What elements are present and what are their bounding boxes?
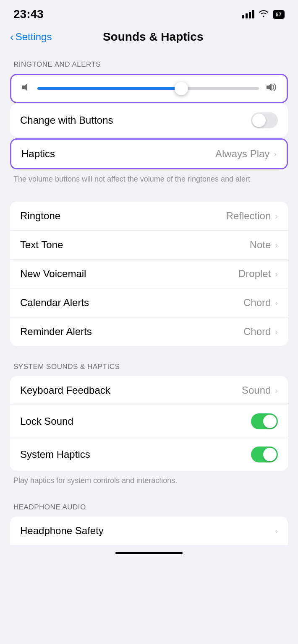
lock-sound-label: Lock Sound bbox=[20, 415, 73, 427]
text-tone-chevron-icon: › bbox=[275, 240, 278, 250]
svg-marker-0 bbox=[22, 83, 27, 91]
change-with-buttons-label: Change with Buttons bbox=[20, 114, 113, 126]
haptics-row-wrapper: Haptics Always Play › bbox=[10, 138, 288, 169]
signal-icon bbox=[242, 10, 254, 18]
lock-sound-row: Lock Sound bbox=[10, 405, 288, 438]
calendar-alerts-chevron-icon: › bbox=[275, 298, 278, 308]
keyboard-feedback-chevron-icon: › bbox=[275, 386, 278, 395]
text-tone-label: Text Tone bbox=[20, 239, 63, 251]
system-section-label: SYSTEM SOUNDS & HAPTICS bbox=[0, 363, 298, 371]
text-tone-row[interactable]: Text Tone Note › bbox=[10, 231, 288, 260]
headphone-safety-label: Headphone Safety bbox=[20, 525, 104, 537]
ringtone-section-label: RINGTONE AND ALERTS bbox=[0, 60, 298, 69]
headphone-safety-row[interactable]: Headphone Safety › bbox=[10, 517, 288, 545]
ringtone-chevron-icon: › bbox=[275, 211, 278, 221]
lock-sound-toggle[interactable] bbox=[251, 413, 278, 429]
status-bar: 23:43 67 bbox=[0, 0, 298, 25]
system-haptics-toggle[interactable] bbox=[251, 447, 278, 462]
system-haptics-toggle-thumb bbox=[263, 448, 277, 461]
new-voicemail-row[interactable]: New Voicemail Droplet › bbox=[10, 260, 288, 288]
reminder-alerts-chevron-icon: › bbox=[275, 327, 278, 337]
volume-slider[interactable] bbox=[37, 83, 259, 94]
volume-slider-card bbox=[10, 74, 288, 103]
system-haptics-desc: Play haptics for system controls and int… bbox=[0, 471, 298, 486]
headphone-safety-right: › bbox=[275, 526, 278, 536]
ringtone-desc: The volume buttons will not affect the v… bbox=[0, 169, 298, 185]
reminder-alerts-value: Chord bbox=[243, 326, 271, 338]
volume-high-icon bbox=[266, 83, 277, 94]
battery-icon: 67 bbox=[273, 10, 285, 19]
headphone-safety-chevron-icon: › bbox=[275, 526, 278, 536]
haptics-row[interactable]: Haptics Always Play › bbox=[11, 140, 287, 168]
keyboard-feedback-row[interactable]: Keyboard Feedback Sound › bbox=[10, 376, 288, 405]
slider-thumb bbox=[175, 82, 188, 95]
system-sounds-card: Keyboard Feedback Sound › Lock Sound Sys… bbox=[10, 376, 288, 471]
headphone-card: Headphone Safety › bbox=[10, 517, 288, 545]
volume-low-icon bbox=[21, 83, 31, 94]
battery-level: 67 bbox=[276, 11, 282, 18]
keyboard-feedback-right: Sound › bbox=[242, 384, 278, 396]
status-time: 23:43 bbox=[13, 8, 44, 21]
back-button[interactable]: ‹ Settings bbox=[10, 31, 52, 43]
system-haptics-row: System Haptics bbox=[10, 438, 288, 471]
text-tone-right: Note › bbox=[250, 239, 278, 251]
slider-track bbox=[37, 87, 259, 90]
lock-sound-toggle-thumb bbox=[263, 415, 277, 428]
status-icons: 67 bbox=[242, 10, 285, 19]
svg-marker-1 bbox=[267, 83, 272, 91]
haptics-label: Haptics bbox=[21, 148, 55, 160]
calendar-alerts-label: Calendar Alerts bbox=[20, 297, 89, 309]
keyboard-feedback-value: Sound bbox=[242, 384, 271, 396]
ringtone-row[interactable]: Ringtone Reflection › bbox=[10, 202, 288, 231]
ringtone-right: Reflection › bbox=[226, 210, 278, 222]
back-chevron-icon: ‹ bbox=[10, 31, 14, 42]
reminder-alerts-row[interactable]: Reminder Alerts Chord › bbox=[10, 317, 288, 346]
page-title: Sounds & Haptics bbox=[103, 30, 204, 44]
back-label: Settings bbox=[16, 31, 52, 43]
wifi-icon bbox=[259, 10, 269, 19]
change-with-buttons-toggle[interactable] bbox=[251, 112, 278, 128]
home-indicator bbox=[115, 552, 183, 554]
reminder-alerts-label: Reminder Alerts bbox=[20, 326, 92, 338]
reminder-alerts-right: Chord › bbox=[243, 326, 278, 338]
nav-bar: ‹ Settings Sounds & Haptics bbox=[0, 25, 298, 52]
new-voicemail-label: New Voicemail bbox=[20, 268, 86, 280]
calendar-alerts-value: Chord bbox=[243, 297, 271, 309]
ringtone-label: Ringtone bbox=[20, 210, 60, 222]
calendar-alerts-row[interactable]: Calendar Alerts Chord › bbox=[10, 288, 288, 317]
new-voicemail-value: Droplet bbox=[238, 268, 271, 280]
ringtone-value: Reflection bbox=[226, 210, 271, 222]
haptics-value-group: Always Play › bbox=[215, 148, 277, 160]
keyboard-feedback-label: Keyboard Feedback bbox=[20, 384, 110, 396]
toggle-thumb bbox=[252, 114, 266, 127]
haptics-value: Always Play bbox=[215, 148, 269, 160]
sound-rows-card: Ringtone Reflection › Text Tone Note › N… bbox=[10, 202, 288, 346]
headphone-section-label: HEADPHONE AUDIO bbox=[0, 503, 298, 512]
text-tone-value: Note bbox=[250, 239, 271, 251]
new-voicemail-right: Droplet › bbox=[238, 268, 278, 280]
change-with-buttons-row: Change with Buttons bbox=[10, 104, 288, 137]
calendar-alerts-right: Chord › bbox=[243, 297, 278, 309]
haptics-chevron-icon: › bbox=[274, 149, 277, 159]
system-haptics-label: System Haptics bbox=[20, 449, 90, 460]
new-voicemail-chevron-icon: › bbox=[275, 269, 278, 279]
